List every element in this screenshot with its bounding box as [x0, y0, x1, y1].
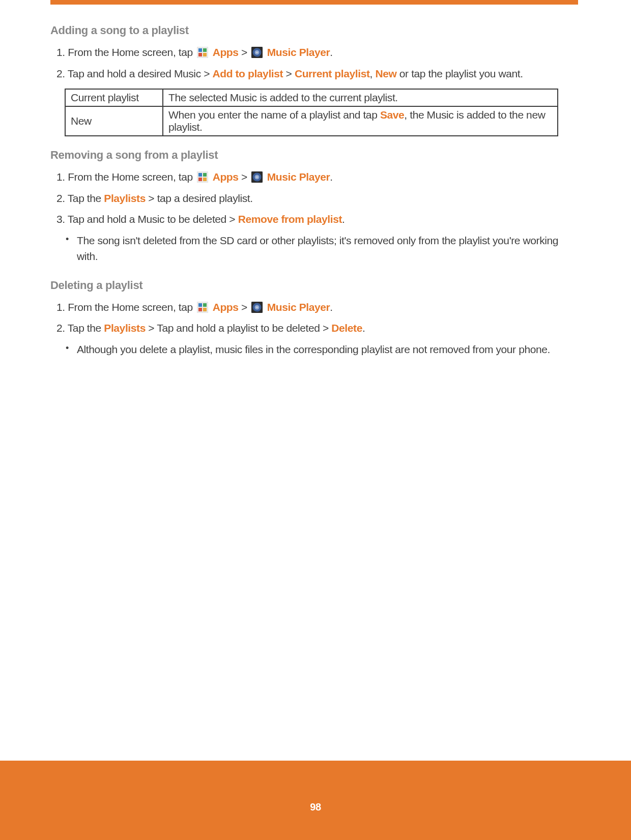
- svg-rect-12: [198, 178, 202, 181]
- text: > tap a desired playlist.: [146, 192, 253, 204]
- period: .: [330, 301, 332, 313]
- apps-icon: [197, 302, 208, 313]
- svg-rect-10: [198, 173, 202, 177]
- deleting-step-2: 2. Tap the Playlists > Tap and hold a pl…: [56, 320, 578, 336]
- svg-point-17: [256, 176, 258, 178]
- svg-rect-21: [198, 308, 202, 311]
- svg-rect-22: [203, 308, 207, 311]
- cell-value: When you enter the name of a playlist an…: [163, 106, 558, 136]
- header-bar: [50, 0, 578, 5]
- text: 1. From the Home screen, tap: [56, 46, 195, 58]
- apps-icon: [197, 47, 208, 58]
- svg-point-26: [256, 306, 258, 308]
- page-content: Adding a song to a playlist 1. From the …: [50, 5, 578, 362]
- svg-rect-2: [203, 48, 207, 52]
- svg-rect-11: [203, 173, 207, 177]
- svg-rect-19: [198, 303, 202, 307]
- cell-key: New: [65, 106, 163, 136]
- sep: >: [239, 171, 250, 183]
- period: .: [330, 46, 332, 58]
- sep: >: [283, 68, 295, 79]
- deleting-step-1: 1. From the Home screen, tap Apps > Musi…: [56, 299, 578, 315]
- text: Although you delete a playlist, music fi…: [77, 343, 550, 355]
- text: > Tap and hold a playlist to be deleted …: [146, 322, 331, 334]
- music-player-link: Music Player: [267, 301, 330, 313]
- text: The song isn't deleted from the SD card …: [77, 235, 558, 263]
- text: When you enter the name of a playlist an…: [168, 109, 380, 121]
- remove-from-playlist-link: Remove from playlist: [238, 213, 342, 225]
- period: .: [330, 171, 332, 183]
- adding-step-1: 1. From the Home screen, tap Apps > Musi…: [56, 44, 578, 61]
- text: 1. From the Home screen, tap: [56, 301, 195, 313]
- music-player-icon: [251, 171, 263, 183]
- apps-link: Apps: [213, 301, 239, 313]
- period: .: [342, 213, 345, 225]
- svg-rect-20: [203, 303, 207, 307]
- text: 2. Tap the: [56, 322, 104, 334]
- svg-rect-13: [203, 178, 207, 181]
- add-to-playlist-link: Add to playlist: [212, 68, 283, 79]
- text: 3. Tap and hold a Music to be deleted >: [56, 213, 238, 225]
- svg-rect-3: [198, 53, 202, 56]
- music-player-icon: [251, 302, 263, 313]
- playlists-link: Playlists: [104, 192, 146, 204]
- text: 2. Tap the: [56, 192, 104, 204]
- music-player-link: Music Player: [267, 171, 330, 183]
- removing-step-3: 3. Tap and hold a Music to be deleted > …: [56, 211, 578, 227]
- table-row: Current playlist The selected Music is a…: [65, 89, 558, 106]
- sep: >: [239, 301, 250, 313]
- sep: ,: [370, 68, 376, 79]
- deleting-note: Although you delete a playlist, music fi…: [66, 341, 578, 358]
- delete-link: Delete: [331, 322, 362, 334]
- page-number: 98: [0, 801, 631, 813]
- svg-rect-1: [198, 48, 202, 52]
- removing-step-2: 2. Tap the Playlists > tap a desired pla…: [56, 190, 578, 207]
- heading-removing: Removing a song from a playlist: [50, 149, 578, 162]
- current-playlist-link: Current playlist: [295, 68, 370, 79]
- playlists-link: Playlists: [104, 322, 146, 334]
- apps-link: Apps: [213, 171, 239, 183]
- removing-step-1: 1. From the Home screen, tap Apps > Musi…: [56, 169, 578, 185]
- new-link: New: [375, 68, 396, 79]
- table-row: New When you enter the name of a playlis…: [65, 106, 558, 136]
- music-player-icon: [251, 47, 263, 58]
- cell-value: The selected Music is added to the curre…: [163, 89, 558, 106]
- save-link: Save: [380, 109, 404, 121]
- adding-step-2: 2. Tap and hold a desired Music > Add to…: [56, 66, 578, 82]
- sep: >: [239, 46, 250, 58]
- apps-icon: [197, 171, 208, 183]
- svg-point-8: [256, 51, 258, 53]
- heading-deleting: Deleting a playlist: [50, 279, 578, 292]
- text: or tap the playlist you want.: [396, 68, 523, 79]
- footer-bar: 98: [0, 761, 631, 840]
- music-player-link: Music Player: [267, 46, 330, 58]
- text: 2. Tap and hold a desired Music >: [56, 68, 212, 79]
- cell-key: Current playlist: [65, 89, 163, 106]
- heading-adding: Adding a song to a playlist: [50, 24, 578, 37]
- adding-options-table: Current playlist The selected Music is a…: [65, 89, 558, 136]
- text: 1. From the Home screen, tap: [56, 171, 195, 183]
- apps-link: Apps: [213, 46, 239, 58]
- period: .: [362, 322, 365, 334]
- removing-note: The song isn't deleted from the SD card …: [66, 233, 578, 265]
- svg-rect-4: [203, 53, 207, 56]
